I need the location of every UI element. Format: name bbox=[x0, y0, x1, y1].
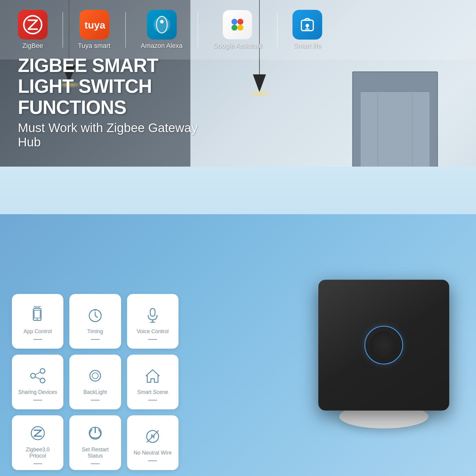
google-label: Google Assistant bbox=[213, 42, 262, 50]
card-smart-scene-label: Smart Scene bbox=[137, 389, 168, 395]
sharing-devices-icon bbox=[29, 367, 47, 385]
svg-point-25 bbox=[31, 373, 35, 378]
svg-point-6 bbox=[237, 19, 243, 25]
brand-alexa: Amazon Alexa bbox=[141, 10, 183, 50]
card-restart-status: Set Restart Status bbox=[69, 415, 121, 470]
card-smart-scene: Smart Scene bbox=[127, 355, 178, 409]
restart-status-icon bbox=[86, 424, 104, 442]
backlight-icon bbox=[86, 367, 104, 385]
card-backlight-label: BackLight bbox=[83, 389, 107, 395]
tuya-icon: tuya bbox=[79, 10, 109, 40]
alexa-icon bbox=[147, 10, 177, 40]
card-voice-control: Voice Control bbox=[127, 294, 178, 349]
card-app-control-label: App Control bbox=[24, 328, 52, 335]
zigbee-protocol-icon bbox=[29, 424, 47, 442]
svg-point-26 bbox=[40, 378, 45, 383]
brand-zigbee: ZigBee bbox=[18, 10, 48, 50]
content-overlay: ZigBee tuya Tuya smart Amazon Alexa bbox=[0, 0, 476, 476]
svg-point-7 bbox=[231, 25, 237, 31]
card-zigbee-protocol: Zigbee3.0 Prtocol bbox=[12, 415, 63, 470]
smartlife-label: Smart life bbox=[294, 42, 321, 50]
card-restart-status-label: Set Restart Status bbox=[75, 447, 115, 459]
svg-rect-21 bbox=[150, 309, 155, 316]
card-zigbee-protocol-label: Zigbee3.0 Prtocol bbox=[18, 447, 57, 459]
svg-rect-14 bbox=[34, 310, 40, 318]
app-control-icon bbox=[29, 306, 47, 324]
zigbee-label: ZigBee bbox=[22, 42, 43, 50]
svg-point-10 bbox=[306, 24, 309, 27]
card-underline bbox=[33, 400, 42, 400]
svg-line-18 bbox=[95, 316, 98, 317]
divider-1 bbox=[62, 12, 63, 48]
card-underline bbox=[33, 464, 42, 464]
card-no-neutral-wire: N No Neutral Wire bbox=[127, 415, 178, 470]
no-neutral-wire-icon: N bbox=[144, 428, 162, 445]
switch-button-circle bbox=[364, 326, 403, 364]
divider-4 bbox=[277, 12, 278, 48]
switch-button-inner bbox=[369, 330, 399, 360]
card-underline bbox=[91, 400, 100, 400]
sub-title: Must Work with Zigbee Gateway Hub bbox=[18, 121, 214, 149]
card-sharing-devices: Sharing Devices bbox=[12, 355, 63, 409]
card-sharing-devices-label: Sharing Devices bbox=[18, 389, 57, 395]
zigbee-icon bbox=[18, 10, 48, 40]
svg-point-4 bbox=[160, 20, 164, 24]
brand-bar: ZigBee tuya Tuya smart Amazon Alexa bbox=[0, 0, 476, 60]
timing-icon bbox=[86, 306, 104, 324]
feature-cards-grid: App Control Timing bbox=[12, 294, 178, 470]
tuya-label: Tuya smart bbox=[78, 42, 110, 50]
svg-line-28 bbox=[35, 377, 40, 379]
card-app-control: App Control bbox=[12, 294, 63, 349]
card-underline bbox=[148, 461, 157, 461]
svg-point-29 bbox=[90, 370, 101, 381]
svg-point-24 bbox=[40, 369, 45, 373]
card-backlight: BackLight bbox=[69, 355, 121, 409]
divider-2 bbox=[125, 12, 126, 48]
switch-body bbox=[318, 280, 449, 411]
smartlife-icon bbox=[292, 10, 322, 40]
brand-tuya: tuya Tuya smart bbox=[78, 10, 110, 50]
svg-text:tuya: tuya bbox=[84, 19, 105, 31]
svg-point-15 bbox=[37, 319, 38, 320]
svg-point-8 bbox=[237, 25, 243, 31]
card-underline bbox=[148, 400, 157, 400]
voice-control-icon bbox=[144, 306, 162, 324]
alexa-label: Amazon Alexa bbox=[141, 42, 183, 50]
card-timing-label: Timing bbox=[87, 328, 103, 335]
brand-google: Google Assistant bbox=[213, 10, 262, 50]
card-underline bbox=[33, 339, 42, 340]
switch-device bbox=[309, 280, 458, 452]
svg-line-27 bbox=[35, 372, 40, 375]
google-icon bbox=[223, 10, 252, 40]
svg-point-2 bbox=[154, 16, 170, 33]
divider-3 bbox=[198, 12, 198, 48]
svg-point-30 bbox=[92, 373, 98, 379]
card-underline bbox=[148, 339, 157, 340]
card-underline bbox=[91, 464, 100, 464]
main-title: ZIGBEE SMART LIGHT SWITCH FUNCTIONS bbox=[18, 55, 214, 118]
card-voice-control-label: Voice Control bbox=[137, 328, 169, 335]
svg-point-5 bbox=[231, 19, 237, 25]
card-timing: Timing bbox=[69, 294, 121, 349]
card-underline bbox=[91, 339, 100, 340]
card-no-neutral-wire-label: No Neutral Wire bbox=[134, 450, 172, 456]
title-section: ZIGBEE SMART LIGHT SWITCH FUNCTIONS Must… bbox=[18, 55, 214, 149]
smart-scene-icon bbox=[144, 367, 162, 385]
brand-smartlife: Smart life bbox=[292, 10, 322, 50]
